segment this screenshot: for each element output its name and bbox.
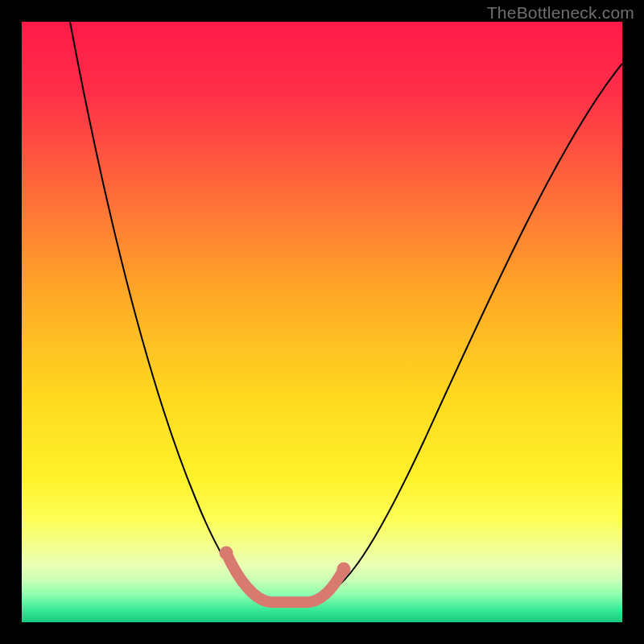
- watermark-text: TheBottleneck.com: [487, 3, 634, 23]
- marker-dot-right: [337, 563, 351, 576]
- gradient-background: [22, 22, 622, 622]
- chart-frame: TheBottleneck.com: [0, 0, 644, 644]
- marker-dot-left: [220, 547, 233, 560]
- bottleneck-curve-chart: [22, 22, 622, 622]
